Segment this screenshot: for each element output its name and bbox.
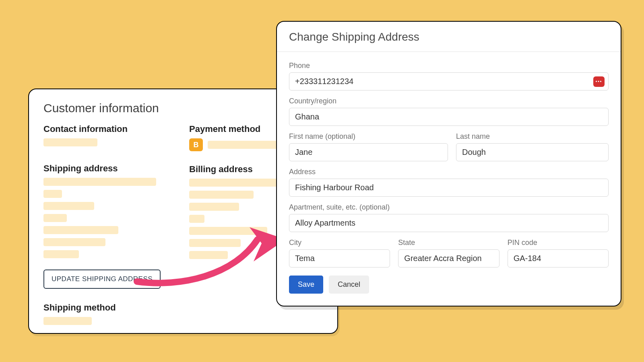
placeholder-line — [43, 226, 118, 234]
apartment-label: Apartment, suite, etc. (optional) — [289, 203, 609, 212]
placeholder-line — [43, 238, 105, 246]
address-input[interactable] — [289, 179, 609, 197]
placeholder-line — [43, 214, 67, 222]
city-input[interactable] — [289, 249, 390, 267]
change-shipping-address-modal: Change Shipping Address Phone ••• Countr… — [276, 21, 621, 306]
city-label: City — [289, 239, 390, 247]
placeholder-line — [43, 202, 94, 210]
shipping-address-heading: Shipping address — [43, 163, 177, 174]
placeholder-line — [43, 250, 79, 258]
last-name-input[interactable] — [456, 143, 609, 161]
country-label: Country/region — [289, 97, 609, 105]
placeholder-line — [43, 178, 156, 186]
placeholder-line — [189, 251, 228, 259]
pin-code-label: PIN code — [508, 239, 609, 247]
phone-label: Phone — [289, 62, 609, 70]
phone-input[interactable] — [289, 72, 609, 90]
placeholder-line — [189, 215, 204, 223]
first-name-label: First name (optional) — [289, 132, 448, 141]
placeholder-line — [43, 138, 97, 146]
state-label: State — [398, 239, 499, 247]
state-input[interactable] — [398, 249, 499, 267]
first-name-input[interactable] — [289, 143, 448, 161]
placeholder-line — [189, 239, 241, 247]
cancel-button[interactable]: Cancel — [329, 276, 369, 294]
placeholder-line — [189, 227, 267, 235]
password-manager-icon[interactable]: ••• — [593, 76, 605, 87]
placeholder-line — [189, 191, 254, 199]
shipping-method-heading: Shipping method — [43, 302, 177, 313]
payment-brand-badge: B — [189, 138, 203, 151]
apartment-input[interactable] — [289, 214, 609, 232]
contact-information-heading: Contact information — [43, 124, 177, 134]
modal-title: Change Shipping Address — [289, 31, 609, 43]
save-button[interactable]: Save — [289, 276, 323, 294]
last-name-label: Last name — [456, 132, 609, 141]
placeholder-line — [43, 190, 62, 198]
address-label: Address — [289, 168, 609, 176]
country-input[interactable] — [289, 108, 609, 126]
placeholder-line — [189, 203, 239, 211]
update-shipping-address-button[interactable]: UPDATE SHIPPING ADDRESS — [43, 269, 161, 289]
pin-code-input[interactable] — [508, 249, 609, 267]
placeholder-line — [43, 317, 92, 325]
